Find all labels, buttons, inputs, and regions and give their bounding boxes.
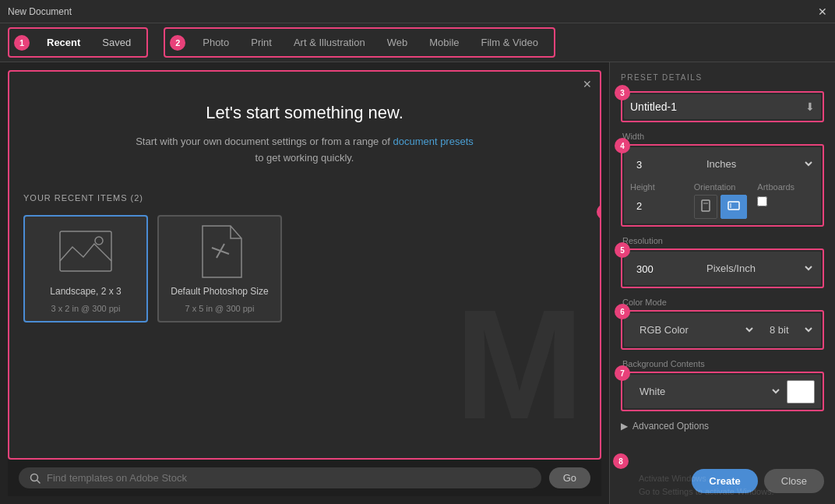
- preset-name-input[interactable]: [624, 94, 799, 119]
- save-preset-button[interactable]: ⬇: [799, 96, 821, 118]
- close-canvas-icon[interactable]: ✕: [583, 78, 592, 90]
- bg-color-row: White: [630, 379, 815, 404]
- tab-saved[interactable]: Saved: [91, 30, 142, 55]
- orientation-label: Orientation: [694, 182, 752, 192]
- portrait-button[interactable]: [694, 195, 717, 219]
- badge-1: 1: [14, 35, 30, 51]
- recent-item-default[interactable]: Default Photoshop Size 7 x 5 in @ 300 pp…: [157, 215, 282, 323]
- welcome-sub-text2: to get working quickly.: [255, 152, 354, 164]
- preset-name-row: ⬇: [624, 94, 821, 119]
- resolution-group: 5 Pixels/Inch: [621, 248, 824, 288]
- color-swatch[interactable]: [787, 380, 815, 404]
- artboards-label: Artboards: [757, 182, 815, 192]
- document-presets-link[interactable]: document presets: [393, 136, 473, 147]
- bottom-actions-wrap: 8 Create Close: [621, 461, 824, 493]
- color-mode-select[interactable]: RGB Color: [630, 318, 756, 342]
- recent-item-landscape[interactable]: Landscape, 2 x 3 3 x 2 in @ 300 ppi: [23, 215, 148, 323]
- badge-9: 9: [597, 204, 601, 220]
- width-input[interactable]: [630, 153, 692, 176]
- recent-grid: Landscape, 2 x 3 3 x 2 in @ 300 ppi: [17, 215, 592, 323]
- tab-bar: 1 Recent Saved 2 Photo Print Art & Illus…: [0, 23, 835, 62]
- color-mode-group: 6 RGB Color 8 bit: [621, 310, 824, 350]
- badge-6: 6: [615, 304, 630, 319]
- spacer: [621, 439, 824, 461]
- badge-4: 4: [615, 138, 630, 153]
- height-input[interactable]: [630, 195, 685, 217]
- preset-name-group: 3 ⬇: [621, 91, 824, 122]
- advanced-chevron-icon: ▶: [621, 421, 628, 432]
- svg-rect-0: [60, 231, 111, 271]
- artboards-checkbox[interactable]: [757, 196, 767, 206]
- height-label: Height: [630, 182, 688, 192]
- recent-item-sub-1: 7 x 5 in @ 300 ppi: [185, 304, 255, 313]
- close-button[interactable]: Close: [764, 469, 824, 493]
- badge-5: 5: [615, 242, 630, 258]
- search-input[interactable]: [47, 472, 530, 484]
- tab-film[interactable]: Film & Video: [470, 30, 549, 55]
- tab-art[interactable]: Art & Illustration: [283, 30, 376, 55]
- color-depth-select[interactable]: 8 bit: [760, 318, 815, 342]
- svg-line-3: [217, 244, 224, 258]
- orientation-btns: [694, 195, 752, 219]
- bg-contents-group: 7 White: [621, 372, 824, 411]
- advanced-options-label: Advanced Options: [632, 421, 709, 432]
- svg-point-1: [95, 237, 103, 245]
- welcome-sub-text1: Start with your own document settings or…: [136, 136, 390, 147]
- bg-contents-label: Background Contents: [621, 359, 824, 368]
- bg-contents-inner: White: [624, 375, 821, 408]
- tab-photo[interactable]: Photo: [192, 30, 240, 55]
- width-inner: Inches Height Orientation: [624, 147, 821, 224]
- badge-2: 2: [170, 35, 185, 51]
- tab-mobile[interactable]: Mobile: [418, 30, 470, 55]
- search-input-wrap: [19, 467, 541, 488]
- tab-group-recent-saved: 1 Recent Saved: [8, 27, 148, 58]
- tab-print[interactable]: Print: [240, 30, 283, 55]
- bottom-actions: Create Close: [621, 461, 824, 493]
- width-row: Inches: [630, 152, 815, 176]
- preset-details-label: PRESET DETAILS: [621, 73, 824, 82]
- close-window-button[interactable]: ✕: [818, 6, 827, 17]
- bg-color-select[interactable]: White: [630, 379, 782, 404]
- orientation-col: Orientation: [694, 182, 752, 219]
- artboards-check: [757, 196, 815, 206]
- tab-recent[interactable]: Recent: [36, 30, 91, 55]
- height-col: Height: [630, 182, 688, 219]
- landscape-button[interactable]: [720, 195, 747, 219]
- width-group: 4 Inches Height Orienta: [621, 144, 824, 227]
- right-panel: PRESET DETAILS 3 ⬇ Width 4 Inches: [609, 62, 835, 504]
- color-mode-inner: RGB Color 8 bit: [624, 313, 821, 347]
- resolution-inner: Pixels/Inch: [624, 252, 821, 285]
- create-button[interactable]: Create: [692, 469, 757, 493]
- artboards-col: Artboards: [757, 182, 815, 219]
- tab-web[interactable]: Web: [376, 30, 419, 55]
- window-title: New Document: [8, 6, 72, 17]
- recent-item-icon-landscape: [55, 224, 117, 279]
- recent-item-icon-default: [188, 224, 251, 279]
- svg-rect-8: [728, 202, 739, 210]
- width-unit-select[interactable]: Inches: [697, 152, 815, 176]
- badge-7: 7: [615, 365, 630, 381]
- svg-rect-6: [702, 200, 710, 211]
- recent-items-header: YOUR RECENT ITEMS (2): [23, 193, 592, 203]
- main-container: 1 Recent Saved 2 Photo Print Art & Illus…: [0, 23, 835, 504]
- welcome-title: Let's start something new.: [33, 103, 576, 123]
- search-icon: [30, 473, 41, 484]
- resolution-unit-select[interactable]: Pixels/Inch: [697, 256, 815, 280]
- title-bar: New Document ✕: [0, 0, 835, 23]
- welcome-sub: Start with your own document settings or…: [33, 134, 576, 167]
- resolution-input[interactable]: [630, 258, 692, 280]
- badge-8: 8: [613, 453, 629, 469]
- advanced-options-row[interactable]: ▶ Advanced Options: [621, 421, 824, 432]
- recent-item-name-1: Default Photoshop Size: [171, 285, 268, 298]
- search-bar: Go: [8, 460, 601, 496]
- dimensions-row2: Height Orientation: [630, 182, 815, 219]
- svg-line-5: [37, 480, 41, 483]
- recent-item-name-0: Landscape, 2 x 3: [50, 285, 121, 298]
- tab-group-presets: 2 Photo Print Art & Illustration Web Mob…: [164, 27, 555, 58]
- left-panel: ✕ Let's start something new. Start with …: [0, 62, 609, 504]
- resolution-label: Resolution: [621, 236, 824, 245]
- go-button[interactable]: Go: [549, 467, 590, 488]
- color-mode-label: Color Mode: [621, 298, 824, 307]
- canvas-area: ✕ Let's start something new. Start with …: [8, 70, 601, 460]
- width-label: Width: [621, 132, 824, 141]
